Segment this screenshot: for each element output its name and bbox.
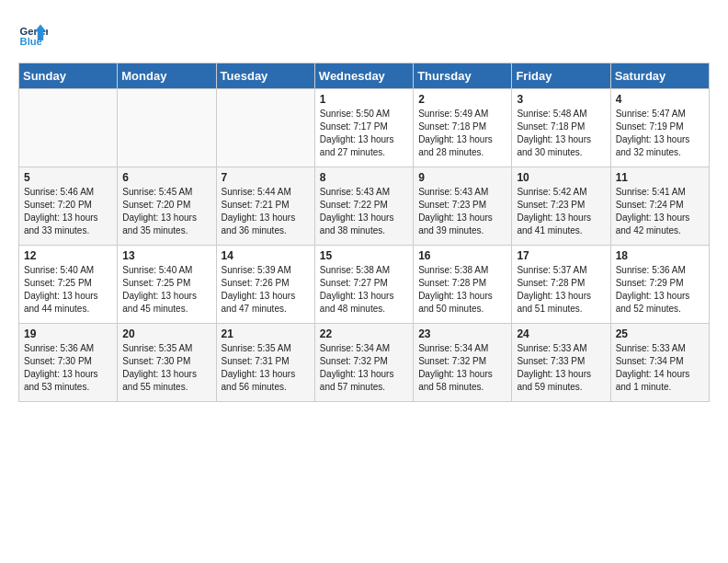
weekday-header: Monday: [118, 63, 216, 89]
day-number: 8: [320, 171, 408, 184]
calendar-week-row: 1Sunrise: 5:50 AM Sunset: 7:17 PM Daylig…: [19, 89, 710, 167]
day-number: 3: [517, 93, 605, 106]
day-number: 13: [122, 249, 210, 262]
day-info: Sunrise: 5:43 AM Sunset: 7:23 PM Dayligh…: [418, 186, 506, 237]
logo: General Blue: [18, 18, 48, 48]
weekday-header: Sunday: [19, 63, 118, 89]
calendar-cell: 23Sunrise: 5:34 AM Sunset: 7:32 PM Dayli…: [414, 324, 512, 402]
day-info: Sunrise: 5:40 AM Sunset: 7:25 PM Dayligh…: [122, 264, 210, 316]
day-number: 24: [517, 327, 605, 340]
day-number: 6: [122, 171, 210, 184]
calendar-body: 1Sunrise: 5:50 AM Sunset: 7:17 PM Daylig…: [19, 89, 710, 402]
logo-icon: General Blue: [18, 18, 48, 48]
calendar-cell: 19Sunrise: 5:36 AM Sunset: 7:30 PM Dayli…: [19, 324, 118, 402]
calendar-cell: 22Sunrise: 5:34 AM Sunset: 7:32 PM Dayli…: [314, 324, 413, 402]
day-number: 15: [320, 249, 408, 262]
calendar-cell: 12Sunrise: 5:40 AM Sunset: 7:25 PM Dayli…: [19, 246, 118, 324]
day-number: 22: [320, 327, 408, 340]
calendar-cell: 1Sunrise: 5:50 AM Sunset: 7:17 PM Daylig…: [314, 89, 413, 167]
day-info: Sunrise: 5:50 AM Sunset: 7:17 PM Dayligh…: [320, 108, 408, 159]
day-info: Sunrise: 5:44 AM Sunset: 7:21 PM Dayligh…: [222, 186, 310, 237]
day-number: 11: [616, 171, 704, 184]
calendar-header-row: SundayMondayTuesdayWednesdayThursdayFrid…: [19, 63, 710, 89]
day-info: Sunrise: 5:48 AM Sunset: 7:18 PM Dayligh…: [517, 108, 605, 159]
calendar-cell: 25Sunrise: 5:33 AM Sunset: 7:34 PM Dayli…: [610, 324, 709, 402]
calendar-cell: [19, 89, 118, 167]
day-info: Sunrise: 5:40 AM Sunset: 7:25 PM Dayligh…: [24, 264, 112, 316]
calendar-cell: 18Sunrise: 5:36 AM Sunset: 7:29 PM Dayli…: [610, 246, 709, 324]
calendar-cell: 16Sunrise: 5:38 AM Sunset: 7:28 PM Dayli…: [414, 246, 512, 324]
day-info: Sunrise: 5:49 AM Sunset: 7:18 PM Dayligh…: [418, 108, 506, 159]
calendar-table: SundayMondayTuesdayWednesdayThursdayFrid…: [18, 63, 710, 402]
calendar-cell: 2Sunrise: 5:49 AM Sunset: 7:18 PM Daylig…: [414, 89, 512, 167]
day-number: 23: [418, 327, 506, 340]
calendar-cell: 17Sunrise: 5:37 AM Sunset: 7:28 PM Dayli…: [512, 246, 610, 324]
calendar-week-row: 19Sunrise: 5:36 AM Sunset: 7:30 PM Dayli…: [19, 324, 710, 402]
day-info: Sunrise: 5:46 AM Sunset: 7:20 PM Dayligh…: [24, 186, 112, 237]
day-info: Sunrise: 5:45 AM Sunset: 7:20 PM Dayligh…: [122, 186, 210, 237]
day-number: 4: [616, 93, 704, 106]
day-number: 20: [122, 327, 210, 340]
calendar-cell: 20Sunrise: 5:35 AM Sunset: 7:30 PM Dayli…: [118, 324, 216, 402]
calendar-cell: [118, 89, 216, 167]
day-number: 16: [418, 249, 506, 262]
day-info: Sunrise: 5:38 AM Sunset: 7:28 PM Dayligh…: [418, 264, 506, 316]
calendar-week-row: 12Sunrise: 5:40 AM Sunset: 7:25 PM Dayli…: [19, 246, 710, 324]
calendar-cell: 7Sunrise: 5:44 AM Sunset: 7:21 PM Daylig…: [216, 167, 314, 246]
calendar-cell: 5Sunrise: 5:46 AM Sunset: 7:20 PM Daylig…: [19, 167, 118, 246]
day-number: 7: [222, 171, 310, 184]
day-number: 10: [517, 171, 605, 184]
day-number: 19: [24, 327, 112, 340]
weekday-header: Thursday: [414, 63, 512, 89]
day-info: Sunrise: 5:47 AM Sunset: 7:19 PM Dayligh…: [616, 108, 704, 159]
weekday-header: Friday: [512, 63, 610, 89]
page-header: General Blue: [18, 18, 710, 48]
calendar-cell: [216, 89, 314, 167]
day-info: Sunrise: 5:37 AM Sunset: 7:28 PM Dayligh…: [517, 264, 605, 316]
day-info: Sunrise: 5:33 AM Sunset: 7:33 PM Dayligh…: [517, 342, 605, 394]
day-info: Sunrise: 5:36 AM Sunset: 7:30 PM Dayligh…: [24, 342, 112, 394]
day-number: 5: [24, 171, 112, 184]
day-number: 2: [418, 93, 506, 106]
day-number: 25: [616, 327, 704, 340]
day-number: 18: [616, 249, 704, 262]
day-info: Sunrise: 5:35 AM Sunset: 7:31 PM Dayligh…: [222, 342, 310, 394]
calendar-cell: 4Sunrise: 5:47 AM Sunset: 7:19 PM Daylig…: [610, 89, 709, 167]
day-info: Sunrise: 5:42 AM Sunset: 7:23 PM Dayligh…: [517, 186, 605, 237]
day-info: Sunrise: 5:39 AM Sunset: 7:26 PM Dayligh…: [222, 264, 310, 316]
day-info: Sunrise: 5:41 AM Sunset: 7:24 PM Dayligh…: [616, 186, 704, 237]
day-info: Sunrise: 5:34 AM Sunset: 7:32 PM Dayligh…: [418, 342, 506, 394]
weekday-header: Wednesday: [314, 63, 413, 89]
weekday-header: Tuesday: [216, 63, 314, 89]
day-info: Sunrise: 5:43 AM Sunset: 7:22 PM Dayligh…: [320, 186, 408, 237]
day-number: 17: [517, 249, 605, 262]
calendar-cell: 8Sunrise: 5:43 AM Sunset: 7:22 PM Daylig…: [314, 167, 413, 246]
day-info: Sunrise: 5:34 AM Sunset: 7:32 PM Dayligh…: [320, 342, 408, 394]
day-number: 14: [222, 249, 310, 262]
calendar-cell: 11Sunrise: 5:41 AM Sunset: 7:24 PM Dayli…: [610, 167, 709, 246]
day-number: 9: [418, 171, 506, 184]
day-info: Sunrise: 5:35 AM Sunset: 7:30 PM Dayligh…: [122, 342, 210, 394]
calendar-cell: 6Sunrise: 5:45 AM Sunset: 7:20 PM Daylig…: [118, 167, 216, 246]
weekday-header: Saturday: [610, 63, 709, 89]
day-number: 1: [320, 93, 408, 106]
day-info: Sunrise: 5:33 AM Sunset: 7:34 PM Dayligh…: [616, 342, 704, 394]
calendar-cell: 15Sunrise: 5:38 AM Sunset: 7:27 PM Dayli…: [314, 246, 413, 324]
calendar-week-row: 5Sunrise: 5:46 AM Sunset: 7:20 PM Daylig…: [19, 167, 710, 246]
day-number: 12: [24, 249, 112, 262]
day-info: Sunrise: 5:36 AM Sunset: 7:29 PM Dayligh…: [616, 264, 704, 316]
day-info: Sunrise: 5:38 AM Sunset: 7:27 PM Dayligh…: [320, 264, 408, 316]
day-number: 21: [222, 327, 310, 340]
calendar-cell: 3Sunrise: 5:48 AM Sunset: 7:18 PM Daylig…: [512, 89, 610, 167]
calendar-cell: 9Sunrise: 5:43 AM Sunset: 7:23 PM Daylig…: [414, 167, 512, 246]
calendar-cell: 10Sunrise: 5:42 AM Sunset: 7:23 PM Dayli…: [512, 167, 610, 246]
calendar-cell: 24Sunrise: 5:33 AM Sunset: 7:33 PM Dayli…: [512, 324, 610, 402]
calendar-cell: 14Sunrise: 5:39 AM Sunset: 7:26 PM Dayli…: [216, 246, 314, 324]
calendar-cell: 21Sunrise: 5:35 AM Sunset: 7:31 PM Dayli…: [216, 324, 314, 402]
calendar-cell: 13Sunrise: 5:40 AM Sunset: 7:25 PM Dayli…: [118, 246, 216, 324]
